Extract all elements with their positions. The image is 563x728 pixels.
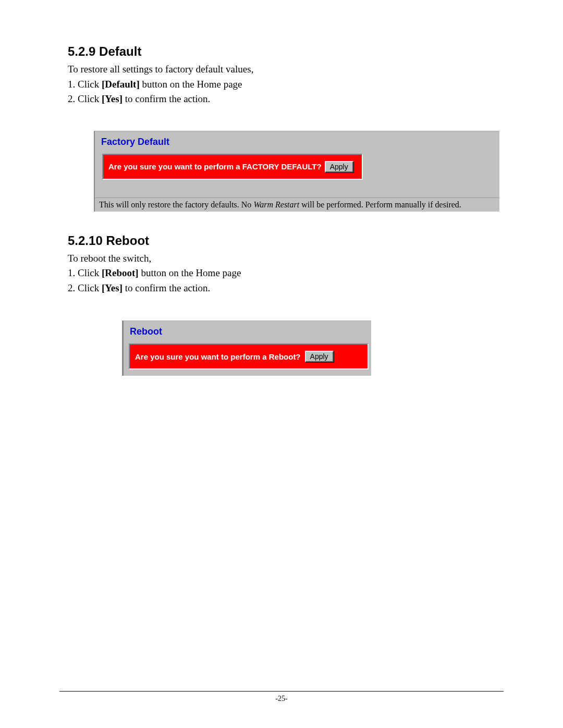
step1-num-r: 1. — [68, 267, 78, 278]
step2-b: to confirm the action. — [123, 93, 210, 104]
step1-bold: [Default] — [102, 79, 140, 90]
step1-b-r: button on the Home page — [139, 267, 241, 278]
reboot-confirm-box: Are you sure you want to perform a Reboo… — [129, 343, 369, 369]
step2-bold-r: [Yes] — [102, 282, 123, 293]
step2-num-r: 2. — [68, 282, 78, 293]
step1-bold-r: [Reboot] — [102, 267, 139, 278]
heading-reboot: 5.2.10 Reboot — [68, 233, 495, 248]
step2-a: Click — [78, 93, 102, 104]
intro-default: To restore all settings to factory defau… — [68, 62, 495, 77]
heading-default: 5.2.9 Default — [68, 44, 495, 59]
step1-b: button on the Home page — [140, 79, 242, 90]
factory-default-panel: Factory Default Are you sure you want to… — [94, 131, 499, 212]
factory-default-confirm-box: Are you sure you want to perform a FACTO… — [102, 154, 363, 180]
intro-reboot: To reboot the switch, — [68, 251, 495, 266]
step2-reboot: 2. Click [Yes] to confirm the action. — [68, 281, 495, 296]
note-b: will be performed. Perform manually if d… — [299, 200, 461, 209]
step1-a-r: Click — [78, 267, 102, 278]
factory-default-title: Factory Default — [95, 131, 499, 154]
footer-rule — [59, 691, 504, 692]
note-a: This will only restore the factory defau… — [99, 200, 253, 209]
step1-default: 1. Click [Default] button on the Home pa… — [68, 77, 495, 92]
step2-a-r: Click — [78, 282, 102, 293]
step2-num: 2. — [68, 93, 78, 104]
page: 5.2.9 Default To restore all settings to… — [0, 0, 563, 728]
step2-bold: [Yes] — [102, 93, 123, 104]
factory-default-apply-button[interactable]: Apply — [325, 161, 353, 172]
reboot-question: Are you sure you want to perform a Reboo… — [135, 352, 301, 361]
page-number: -25- — [0, 695, 563, 703]
factory-default-question: Are you sure you want to perform a FACTO… — [108, 162, 322, 171]
spacer — [95, 180, 499, 198]
reboot-title: Reboot — [124, 321, 371, 343]
step1-a: Click — [78, 79, 102, 90]
step2-default: 2. Click [Yes] to confirm the action. — [68, 92, 495, 107]
step1-num: 1. — [68, 79, 78, 90]
step2-b-r: to confirm the action. — [123, 282, 210, 293]
note-italic: Warm Restart — [253, 200, 299, 209]
reboot-panel: Reboot Are you sure you want to perform … — [122, 320, 371, 376]
reboot-apply-button[interactable]: Apply — [305, 351, 334, 362]
step1-reboot: 1. Click [Reboot] button on the Home pag… — [68, 266, 495, 281]
factory-default-note: This will only restore the factory defau… — [95, 198, 499, 212]
